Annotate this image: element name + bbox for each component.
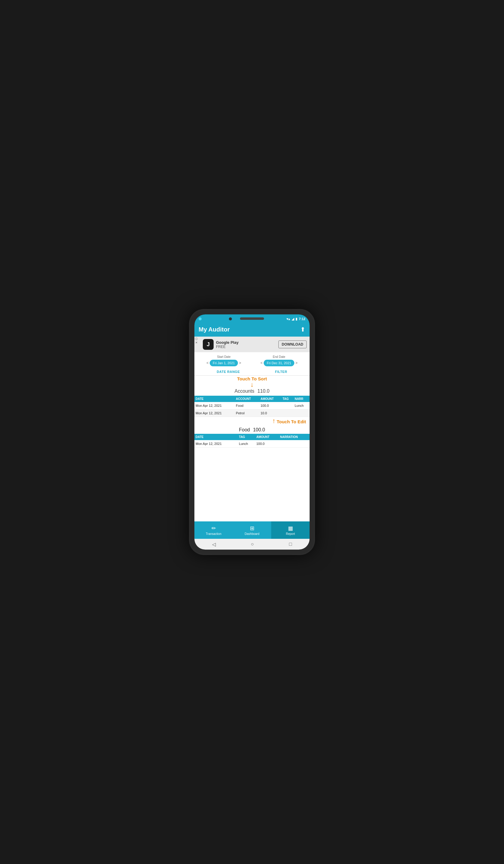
sort-annotation: Touch To Sort ↓ [194,376,310,388]
transaction-icon: ✏ [212,525,216,531]
filter-row: DATE RANGE FILTER [194,368,310,376]
col-date: DATE [194,396,235,402]
app-title: My Auditor [199,326,230,333]
edit-arrow-up: ↑ [272,418,275,424]
ad-banner: ⓘ ✕ J Google Play FREE DOWNLOAD [194,337,310,352]
status-dot [199,317,202,320]
food-table-header: DATE TAG AMOUNT NARRATION [194,434,310,440]
end-date-pill[interactable]: Fri Dec 31, 2021 [264,360,294,366]
food-row1-narration [279,440,310,448]
ad-store-name: Google Play [216,340,276,345]
accounts-label: Accounts [235,388,254,394]
end-date-prev[interactable]: < [261,361,263,365]
nav-report[interactable]: ▦ Report [271,521,310,539]
screen-content: Start Date < Fri Jan 1, 2021 > End Date … [194,352,310,521]
phone-device: ▾▴ ◢ ▮ 7:12 My Auditor ⬆ ⓘ ✕ J Google Pl… [189,309,315,555]
ad-info-i[interactable]: ⓘ [195,337,198,341]
wifi-icon: ▾▴ [287,317,290,321]
row2-account: Petrol [235,409,259,417]
signal-icon: ◢ [291,317,294,321]
dashboard-icon: ⊞ [250,525,254,531]
date-selector: Start Date < Fri Jan 1, 2021 > End Date … [194,352,310,368]
home-button[interactable]: ○ [251,541,254,547]
col-narr: NARR [293,396,310,402]
row1-tag [281,402,293,409]
food-amount: 100.0 [253,427,265,432]
report-icon: ▦ [288,525,293,531]
phone-speaker [240,317,264,320]
start-date-row: < Fri Jan 1, 2021 > [206,360,241,366]
sort-arrow-down: ↓ [251,381,254,388]
start-date-pill[interactable]: Fri Jan 1, 2021 [210,360,238,366]
app-bar: My Auditor ⬆ [194,323,310,337]
row1-narr: Lunch [293,402,310,409]
row1-date: Mon Apr 12, 2021 [194,402,235,409]
ad-logo: J [203,339,214,350]
row2-narr [293,409,310,417]
dashboard-label: Dashboard [245,532,260,536]
touch-edit-label: Touch To Edit [277,419,306,424]
row2-date: Mon Apr 12, 2021 [194,409,235,417]
row2-tag [281,409,293,417]
accounts-summary: Accounts 110.0 [194,388,310,396]
system-nav: ◁ ○ □ [194,539,310,550]
food-col-amount: AMOUNT [255,434,279,440]
edit-annotation: ↑ Touch To Edit [194,417,310,425]
start-date-group: Start Date < Fri Jan 1, 2021 > [206,355,241,366]
bottom-nav: ✏ Transaction ⊞ Dashboard ▦ Report [194,521,310,539]
status-right: ▾▴ ◢ ▮ 7:12 [287,317,305,321]
end-date-group: End Date < Fri Dec 31, 2021 > [261,355,297,366]
ad-text: Google Play FREE [216,340,276,349]
food-row1-amount: 100.0 [255,440,279,448]
recent-button[interactable]: □ [289,541,292,547]
table-row[interactable]: Mon Apr 12, 2021 Petrol 10.0 [194,409,310,417]
col-tag: TAG [281,396,293,402]
accounts-table-body: Mon Apr 12, 2021 Food 100.0 Lunch Mon Ap… [194,402,310,417]
ad-info: ⓘ ✕ [195,337,198,344]
date-range-label[interactable]: DATE RANGE [217,370,240,373]
end-date-row: < Fri Dec 31, 2021 > [261,360,297,366]
battery-icon: ▮ [296,317,297,321]
transaction-label: Transaction [206,532,221,536]
spacer [194,448,310,521]
col-account: ACCOUNT [235,396,259,402]
food-col-date: DATE [194,434,238,440]
report-label: Report [286,532,295,536]
row1-account: Food [235,402,259,409]
food-table-body: Mon Apr 12, 2021 Lunch 100.0 [194,440,310,448]
back-button[interactable]: ◁ [212,541,216,547]
row1-amount: 100.0 [259,402,281,409]
food-table: DATE TAG AMOUNT NARRATION Mon Apr 12, 20… [194,434,310,448]
start-date-next[interactable]: > [239,361,241,365]
col-amount: AMOUNT [259,396,281,402]
ad-download-button[interactable]: DOWNLOAD [278,340,307,348]
food-summary: Food 100.0 [194,425,310,434]
phone-screen: ▾▴ ◢ ▮ 7:12 My Auditor ⬆ ⓘ ✕ J Google Pl… [194,314,310,550]
accounts-table: DATE ACCOUNT AMOUNT TAG NARR Mon Apr 12,… [194,396,310,417]
food-row1-tag: Lunch [238,440,255,448]
status-left [199,317,202,320]
accounts-amount: 110.0 [257,388,269,394]
nav-dashboard[interactable]: ⊞ Dashboard [233,521,271,539]
row2-amount: 10.0 [259,409,281,417]
accounts-table-header: DATE ACCOUNT AMOUNT TAG NARR [194,396,310,402]
end-date-label: End Date [273,355,285,359]
food-row1-date: Mon Apr 12, 2021 [194,440,238,448]
table-row[interactable]: Mon Apr 12, 2021 Lunch 100.0 [194,440,310,448]
end-date-next[interactable]: > [296,361,298,365]
table-row[interactable]: Mon Apr 12, 2021 Food 100.0 Lunch [194,402,310,409]
clock: 7:12 [299,317,305,321]
ad-price: FREE [216,345,276,349]
food-label: Food [239,427,250,432]
food-col-narration: NARRATION [279,434,310,440]
nav-transaction[interactable]: ✏ Transaction [194,521,233,539]
start-date-label: Start Date [217,355,230,359]
filter-label[interactable]: FILTER [275,370,287,373]
upload-icon[interactable]: ⬆ [300,326,305,333]
food-col-tag: TAG [238,434,255,440]
start-date-prev[interactable]: < [206,361,208,365]
ad-close-icon[interactable]: ✕ [195,341,198,344]
